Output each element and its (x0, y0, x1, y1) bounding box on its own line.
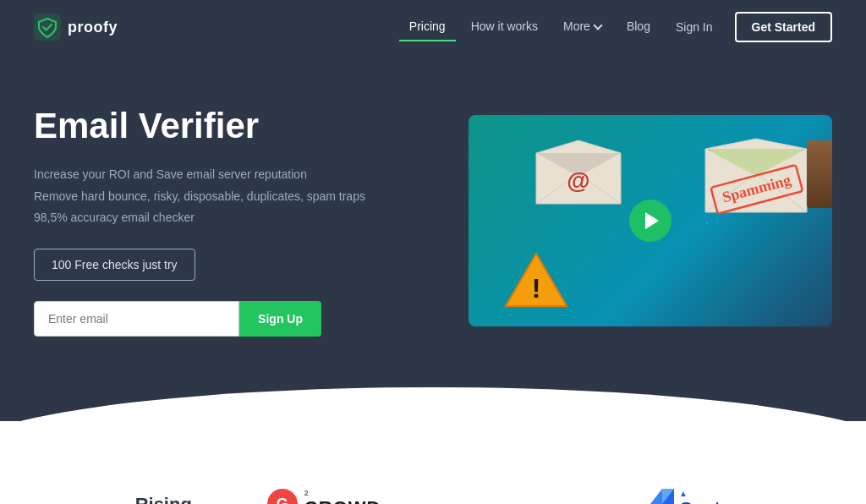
header: proofy Pricing How it works More Blog Si… (0, 0, 866, 54)
play-button[interactable] (629, 200, 671, 242)
crowd-text: CROWD (304, 497, 381, 504)
capterra-text: ▲ Capterra (679, 489, 755, 504)
hero-content: Email Verifier Increase your ROI and Sav… (34, 105, 423, 337)
g2-circle-icon: G (267, 489, 298, 504)
nav-blog[interactable]: Blog (617, 13, 660, 41)
email-envelope-icon: @ (528, 136, 629, 212)
hero-desc-line2: Remove hard bounce, risky, disposable, d… (34, 186, 423, 207)
capterra-logo: ▲ Capterra (650, 489, 755, 504)
free-checks-button[interactable]: 100 Free checks just try (34, 249, 195, 281)
warning-triangle-icon: ! (502, 250, 570, 310)
hero-desc-line3: 98,5% accuracy email checker (34, 207, 423, 228)
capterra-badge: ▲ Capterra 5/5 ★★★★★ (650, 489, 755, 504)
hero-desc-line1: Increase your ROI and Save email server … (34, 164, 423, 185)
capterra-icon (650, 489, 674, 504)
rising-star-badge: ❧ RisingStar 2019 Award ❧ Awarded by Fin… (111, 494, 216, 504)
g2-crowd-badge: G 2 CROWD 4.4/5 ★★★★★ (267, 489, 381, 504)
nav-how-it-works[interactable]: How it works (461, 13, 548, 41)
hero-video-thumbnail[interactable]: @ ! Spamming (469, 115, 832, 326)
play-arrow-icon (645, 212, 659, 229)
rising-star-title: RisingStar (135, 494, 192, 504)
proofy-logo-icon (34, 14, 61, 41)
logo-text: proofy (68, 19, 118, 36)
logo-area[interactable]: proofy (34, 14, 118, 41)
hero-section: Email Verifier Increase your ROI and Sav… (0, 54, 866, 421)
email-input[interactable] (34, 301, 239, 337)
main-nav: Pricing How it works More Blog Sign In G… (399, 12, 832, 42)
rising-star-laurel: ❧ RisingStar 2019 Award ❧ (111, 494, 216, 504)
svg-text:@: @ (567, 167, 589, 194)
spam-envelope-icon: Spamming (697, 132, 815, 225)
svg-text:!: ! (532, 273, 541, 304)
nav-more[interactable]: More (553, 13, 611, 41)
video-content: @ ! Spamming (469, 115, 832, 326)
signup-button[interactable]: Sign Up (239, 301, 321, 337)
email-form: Sign Up (34, 301, 321, 337)
g2-logo: G 2 CROWD (267, 489, 381, 504)
nav-pricing[interactable]: Pricing (399, 13, 456, 41)
hero-description: Increase your ROI and Save email server … (34, 164, 423, 228)
decorative-shape (807, 140, 832, 208)
nav-signin[interactable]: Sign In (666, 14, 723, 41)
get-started-button[interactable]: Get Started (735, 12, 832, 42)
hero-title: Email Verifier (34, 105, 423, 147)
chevron-down-icon (593, 20, 602, 30)
svg-marker-17 (650, 489, 662, 504)
